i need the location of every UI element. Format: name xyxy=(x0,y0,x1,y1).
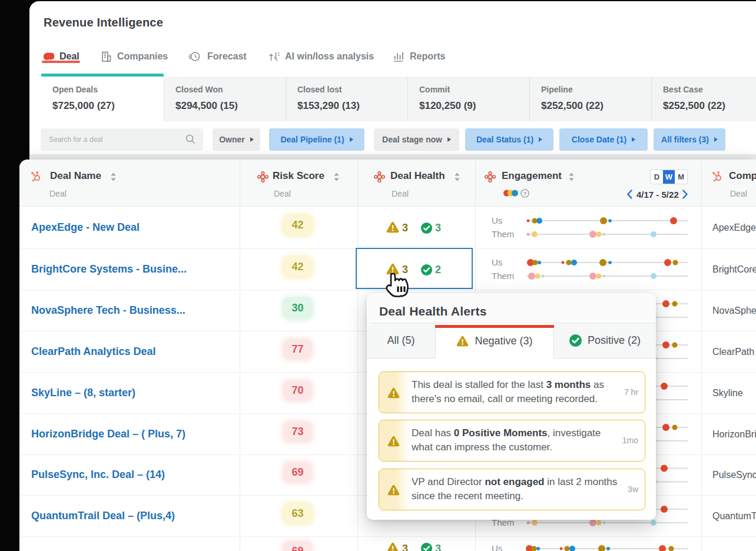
svg-text:Us: Us xyxy=(492,257,502,267)
svg-text:Them: Them xyxy=(492,229,514,239)
svg-text:Us: Us xyxy=(492,215,502,225)
svg-text:Us: Us xyxy=(492,543,502,551)
svg-text:Them: Them xyxy=(492,271,514,281)
svg-text:?: ? xyxy=(523,190,527,197)
